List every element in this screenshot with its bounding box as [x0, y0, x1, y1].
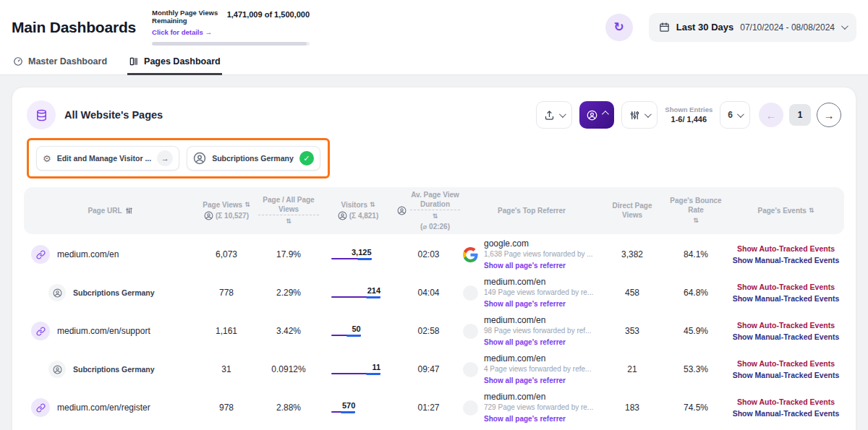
tab-master-dashboard[interactable]: Master Dashboard: [12, 51, 109, 75]
column-events[interactable]: Page's Events⇅: [728, 203, 844, 218]
referrer-note: 98 Page views forwarded by ref...: [484, 326, 591, 336]
highlight-box: ⚙ Edit and Manage Visitor ... → Subcript…: [27, 138, 330, 179]
direct-views-cell: 183: [600, 403, 664, 413]
date-range-picker[interactable]: Last 30 Days 07/10/2024 - 08/08/2024: [649, 13, 856, 42]
quota-details-link[interactable]: Click for details →: [152, 28, 212, 36]
segment-row[interactable]: Subcriptions Germany 238 0.7% 100 01:44 …: [24, 427, 844, 430]
tab-label: Master Dashboard: [28, 56, 107, 66]
sort-icon: ⇅: [286, 218, 292, 226]
page-all-views-cell: 3.42%: [255, 326, 322, 336]
sliders-icon: [629, 110, 640, 121]
column-top-referrer: Page's Top Referrer: [463, 203, 600, 218]
column-bounce-rate[interactable]: Page's Bounce Rate⇅: [664, 193, 728, 228]
tab-pages-dashboard[interactable]: Pages Dashboard: [127, 51, 222, 75]
show-auto-events-link[interactable]: Show Auto-Tracked Events: [737, 321, 835, 330]
link-icon: [31, 322, 50, 340]
segment-name: Subcriptions Germany: [73, 365, 155, 374]
panel-title: All Website's Pages: [64, 109, 163, 121]
page-all-views-cell: 0.0912%: [255, 364, 322, 374]
show-manual-events-link[interactable]: Show Manual-Tracked Events: [733, 294, 840, 304]
chevron-down-icon: [644, 111, 652, 118]
table-row[interactable]: medium.com/en 6,073 17.9% 3,125 02:03 go…: [24, 236, 844, 274]
show-referrers-link[interactable]: Show all page's referrer: [484, 337, 566, 348]
pagination: ← 1 →: [759, 103, 841, 127]
top-header: Main Dashboards Monthly Page Views Remai…: [0, 0, 868, 51]
referrer-favicon: [463, 285, 478, 301]
show-referrers-link[interactable]: Show all page's referrer: [484, 261, 566, 271]
table-header: Page URL Page Views⇅ (Σ 10,527) Page / A…: [24, 187, 844, 234]
arrow-left-icon: ←: [766, 109, 777, 121]
show-auto-events-link[interactable]: Show Auto-Tracked Events: [737, 244, 835, 254]
column-page-url[interactable]: Page URL: [24, 203, 197, 218]
show-manual-events-link[interactable]: Show Manual-Tracked Events: [733, 371, 840, 380]
chevron-down-icon: [559, 111, 566, 118]
show-auto-events-link[interactable]: Show Auto-Tracked Events: [737, 397, 835, 407]
show-referrers-link[interactable]: Show all page's referrer: [484, 299, 566, 309]
referrer-note: 1,638 Page views forwarded by ...: [484, 249, 593, 259]
segment-name: Subcriptions Germany: [73, 288, 155, 297]
columns-icon: [129, 56, 139, 66]
pages-panel: All Website's Pages: [12, 87, 856, 430]
refresh-button[interactable]: ↻: [605, 14, 633, 41]
quota-progress-fill: [152, 42, 307, 46]
show-manual-events-link[interactable]: Show Manual-Tracked Events: [733, 332, 840, 342]
visitor-segment-icon: [587, 110, 597, 121]
link-icon: [31, 245, 50, 264]
open-segments-button[interactable]: →: [157, 150, 173, 166]
quota-progress-bar: [152, 42, 310, 46]
previous-page-button[interactable]: ←: [759, 103, 783, 127]
show-manual-events-link[interactable]: Show Manual-Tracked Events: [733, 409, 840, 418]
segment-row[interactable]: Subcriptions Germany 778 2.29% 214 04:04…: [24, 274, 844, 312]
sort-icon: ⇅: [370, 201, 375, 210]
show-auto-events-link[interactable]: Show Auto-Tracked Events: [737, 283, 835, 292]
shown-entries-value: 1-6/ 1,446: [665, 114, 712, 124]
visitor-segment-icon: [397, 206, 407, 215]
arrow-right-icon: →: [824, 109, 835, 121]
visitor-segment-button[interactable]: [579, 101, 614, 129]
visitor-segment-icon: [204, 211, 213, 220]
arrow-right-icon: →: [161, 154, 169, 163]
dashboard-tabs: Master Dashboard Pages Dashboard: [0, 51, 868, 75]
show-auto-events-link[interactable]: Show Auto-Tracked Events: [737, 359, 835, 369]
next-page-button[interactable]: →: [817, 103, 841, 127]
column-avg-duration[interactable]: Av. Page View Duration⇅ (⌀ 02:26): [394, 187, 463, 234]
referrer-domain: google.com: [484, 238, 593, 249]
visitors-value: 50: [352, 324, 360, 333]
shown-entries: Shown Entries 1-6/ 1,446: [665, 106, 712, 125]
bounce-rate-cell: 53.3%: [664, 364, 728, 374]
referrer-note: 4 Page views forwarded by refe...: [484, 364, 591, 374]
visitors-bar: 214: [331, 282, 385, 304]
page-title: Main Dashboards: [12, 19, 136, 36]
bounce-rate-cell: 45.9%: [664, 326, 728, 336]
column-visitors[interactable]: Visitors⇅ (Σ 4,821): [322, 197, 394, 223]
referrer-domain: medium.com/en: [484, 391, 593, 403]
edit-visitor-segments-chip[interactable]: ⚙ Edit and Manage Visitor ... →: [36, 146, 179, 171]
show-manual-events-link[interactable]: Show Manual-Tracked Events: [733, 256, 840, 265]
visitors-value: 570: [342, 401, 355, 410]
page-size-select[interactable]: 6: [720, 101, 750, 129]
column-direct-views: Direct Page Views: [600, 198, 664, 223]
table-row[interactable]: medium.com/en/register 978 2.88% 570 01:…: [24, 389, 844, 427]
visitors-value: 3,125: [352, 248, 372, 257]
sort-icon: ⇅: [433, 212, 438, 221]
export-button[interactable]: [536, 101, 572, 129]
segment-row[interactable]: Subcriptions Germany 31 0.0912% 11 09:47…: [24, 351, 844, 389]
column-page-all-views[interactable]: Page / All Page Views⇅: [255, 192, 322, 229]
show-referrers-link[interactable]: Show all page's referrer: [484, 376, 566, 386]
current-page-button[interactable]: 1: [789, 104, 811, 126]
visitors-value: 11: [372, 363, 380, 371]
show-referrers-link[interactable]: Show all page's referrer: [484, 414, 566, 424]
column-settings-button[interactable]: [621, 101, 658, 129]
google-icon: [463, 247, 478, 262]
column-page-views[interactable]: Page Views⇅ (Σ 10,527): [197, 197, 255, 223]
page-url: medium.com/en/support: [57, 326, 150, 336]
table-row[interactable]: medium.com/en/support 1,161 3.42% 50 02:…: [24, 312, 844, 351]
referrer-favicon: [463, 324, 478, 339]
referrer-domain: medium.com/en: [484, 353, 591, 364]
referrer-favicon: [463, 400, 478, 416]
visitors-bar: 50: [331, 320, 385, 342]
calendar-icon: [659, 22, 670, 33]
column-filter-icon: [124, 206, 134, 215]
gear-icon: ⚙: [43, 154, 51, 163]
active-segment-chip[interactable]: Subcriptions Germany ✓: [187, 146, 320, 171]
